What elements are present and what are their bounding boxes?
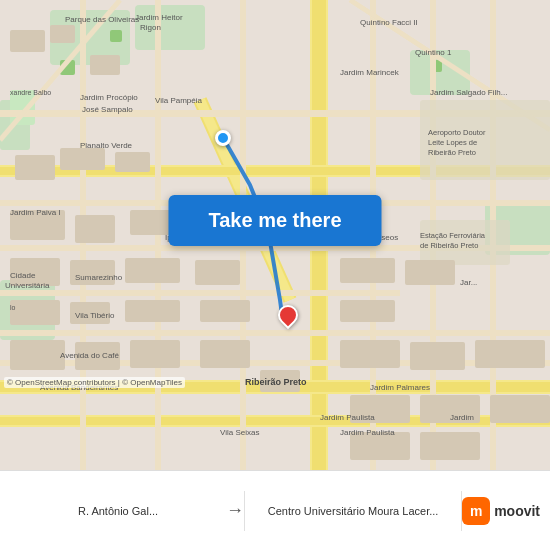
svg-rect-50 (340, 258, 395, 283)
destination-marker (278, 305, 298, 333)
svg-rect-52 (10, 300, 60, 325)
svg-rect-56 (340, 300, 395, 322)
svg-rect-41 (60, 148, 105, 170)
svg-rect-44 (75, 215, 115, 243)
svg-text:Universitária: Universitária (5, 281, 50, 290)
svg-text:Parque das Oliveiras: Parque das Oliveiras (65, 15, 139, 24)
svg-text:Planalto Verde: Planalto Verde (80, 141, 133, 150)
svg-rect-59 (130, 340, 180, 368)
svg-text:Rigon: Rigon (140, 23, 161, 32)
moovit-logo: m moovit (462, 497, 540, 525)
route-arrow: → (226, 500, 244, 521)
svg-rect-38 (50, 25, 75, 43)
origin-label: R. Antônio Gal... (78, 505, 158, 517)
destination-item[interactable]: Centro Universitário Moura Lacer... (245, 505, 461, 517)
take-me-there-button[interactable]: Take me there (168, 195, 381, 246)
svg-rect-24 (0, 290, 400, 296)
svg-text:Ribeirão Preto: Ribeirão Preto (428, 148, 476, 157)
svg-rect-60 (200, 340, 250, 368)
svg-text:Jardim Marincek: Jardim Marincek (340, 68, 400, 77)
svg-text:Jardim Palmares: Jardim Palmares (370, 383, 430, 392)
svg-text:Vila Tibério: Vila Tibério (75, 311, 115, 320)
svg-text:Jardim Salgado Filh...: Jardim Salgado Filh... (430, 88, 507, 97)
svg-text:Jardim Procópio: Jardim Procópio (80, 93, 138, 102)
svg-rect-62 (340, 340, 400, 368)
destination-label: Centro Universitário Moura Lacer... (268, 505, 439, 517)
svg-text:José Sampalo: José Sampalo (82, 105, 133, 114)
svg-rect-48 (125, 258, 180, 283)
origin-marker (215, 130, 231, 146)
svg-text:xandre Balbo: xandre Balbo (10, 89, 51, 96)
svg-text:Jar...: Jar... (460, 278, 477, 287)
svg-rect-42 (115, 152, 150, 172)
svg-text:Leite Lopes de: Leite Lopes de (428, 138, 477, 147)
svg-rect-57 (10, 340, 65, 370)
svg-rect-9 (110, 30, 122, 42)
svg-text:de Ribeirão Preto: de Ribeirão Preto (420, 241, 478, 250)
svg-text:Cidade: Cidade (10, 271, 36, 280)
svg-rect-51 (405, 260, 455, 285)
svg-rect-39 (90, 55, 120, 75)
svg-text:Ribeirão Preto: Ribeirão Preto (245, 377, 307, 387)
svg-text:lo: lo (10, 304, 16, 311)
svg-text:Quintino Facci II: Quintino Facci II (360, 18, 418, 27)
svg-text:Jardim Paulista: Jardim Paulista (340, 428, 395, 437)
moovit-logo-text: moovit (494, 503, 540, 519)
svg-text:Jardim Heitor: Jardim Heitor (135, 13, 183, 22)
svg-rect-69 (420, 432, 480, 460)
footer-bar: R. Antônio Gal... → Centro Universitário… (0, 470, 550, 550)
svg-text:Quintino 1: Quintino 1 (415, 48, 452, 57)
svg-rect-49 (195, 260, 240, 285)
svg-text:Avenida do Café: Avenida do Café (60, 351, 120, 360)
svg-rect-55 (200, 300, 250, 322)
svg-text:Aeroporto Doutor: Aeroporto Doutor (428, 128, 486, 137)
map-view: Parque das Oliveiras Jardim Heitor Rigon… (0, 0, 550, 470)
svg-rect-40 (15, 155, 55, 180)
svg-text:Vila Pampéia: Vila Pampéia (155, 96, 203, 105)
svg-text:Sumarezinho: Sumarezinho (75, 273, 123, 282)
svg-text:Jardim: Jardim (450, 413, 474, 422)
svg-rect-64 (475, 340, 545, 368)
svg-text:Estação Ferroviária: Estação Ferroviária (420, 231, 486, 240)
svg-rect-37 (10, 30, 45, 52)
origin-item[interactable]: R. Antônio Gal... (10, 505, 226, 517)
moovit-logo-icon: m (462, 497, 490, 525)
map-copyright: © OpenStreetMap contributors | © OpenMap… (4, 377, 185, 388)
svg-rect-67 (490, 395, 550, 423)
moovit-letter: m (470, 503, 482, 519)
svg-text:Jardim Paulista: Jardim Paulista (320, 413, 375, 422)
svg-text:Vila Seixas: Vila Seixas (220, 428, 259, 437)
svg-text:Jardim Paiva I: Jardim Paiva I (10, 208, 61, 217)
svg-rect-63 (410, 342, 465, 370)
svg-rect-54 (125, 300, 180, 322)
